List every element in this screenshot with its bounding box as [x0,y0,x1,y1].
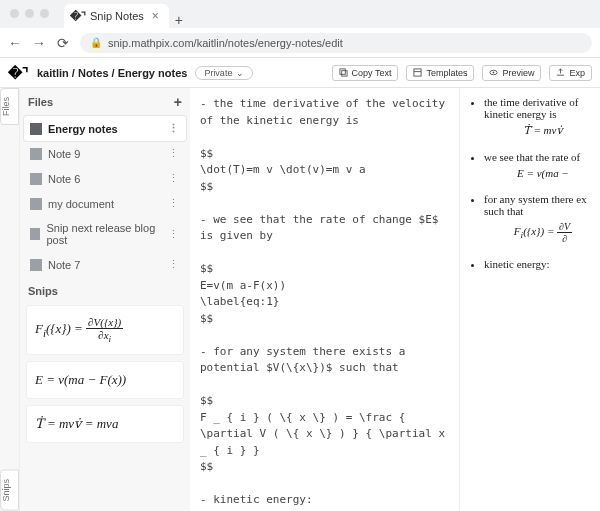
templates-icon [413,68,422,77]
document-icon [30,148,42,160]
browser-tab[interactable]: �⌝ Snip Notes × [64,4,169,28]
preview-item: for any system there ex such that Fi({x}… [484,193,594,244]
forward-button[interactable]: → [32,35,46,51]
preview-item: kinetic energy: [484,258,594,270]
file-menu-button[interactable]: ⋮ [168,228,180,241]
url-field[interactable]: 🔒 snip.mathpix.com/kaitlin/notes/energy-… [80,33,592,53]
new-tab-button[interactable]: + [169,12,189,28]
preview-item: we see that the rate of E = v(ma − [484,151,594,179]
file-item[interactable]: Note 6⋮ [24,166,186,191]
svg-rect-1 [341,71,346,76]
browser-tabbar: �⌝ Snip Notes × + [0,0,600,28]
file-menu-button[interactable]: ⋮ [168,258,180,271]
preview-equation: Fi({x}) = ∂V∂ [492,221,594,244]
copy-icon [339,68,348,77]
file-name: my document [48,198,114,210]
sidebar: Files + Energy notes⋮Note 9⋮Note 6⋮my do… [20,88,190,511]
snip-card[interactable]: Fi({x}) = ∂V({x})∂xi [26,305,184,355]
copy-text-button[interactable]: Copy Text [332,65,399,81]
close-tab-icon[interactable]: × [150,9,161,23]
templates-button[interactable]: Templates [406,65,474,81]
svg-point-5 [493,72,495,74]
window-controls[interactable] [10,9,49,18]
export-button[interactable]: Exp [549,65,592,81]
eye-icon [489,68,498,77]
chevron-down-icon: ⌄ [236,68,244,78]
rail-tab-files[interactable]: Files [0,88,19,125]
editor-pane[interactable]: - the time derivative of the velocity of… [190,88,460,511]
file-item[interactable]: Energy notes⋮ [24,116,186,141]
file-name: Note 7 [48,259,80,271]
file-menu-button[interactable]: ⋮ [168,147,180,160]
file-item[interactable]: my document⋮ [24,191,186,216]
file-name: Energy notes [48,123,118,135]
file-name: Note 9 [48,148,80,160]
file-item[interactable]: Note 9⋮ [24,141,186,166]
preview-button[interactable]: Preview [482,65,541,81]
file-name: Snip next release blog post [46,222,162,246]
add-file-button[interactable]: + [174,94,182,110]
lock-icon: 🔒 [90,37,102,48]
snip-card[interactable]: Ṫ = mvv̇ = mva [26,405,184,443]
document-icon [30,173,42,185]
document-icon [30,259,42,271]
file-menu-button[interactable]: ⋮ [168,197,180,210]
reload-button[interactable]: ⟳ [56,35,70,51]
document-icon [30,228,40,240]
editor-text: - the time derivative of the velocity of… [200,97,452,506]
preview-pane: the time derivative of kinetic energy is… [460,88,600,511]
svg-rect-0 [339,69,344,74]
privacy-toggle[interactable]: Private ⌄ [195,66,253,80]
app-logo-icon[interactable]: �⌝ [8,65,29,81]
side-rails: Files Snips [0,88,20,511]
file-name: Note 6 [48,173,80,185]
back-button[interactable]: ← [8,35,22,51]
file-menu-button[interactable]: ⋮ [168,172,180,185]
tab-title: Snip Notes [90,10,144,22]
preview-item: the time derivative of kinetic energy is… [484,96,594,137]
favicon-icon: �⌝ [72,10,84,22]
snips-header: Snips [20,277,190,301]
export-icon [556,68,565,77]
breadcrumb[interactable]: kaitlin / Notes / Energy notes [37,67,187,79]
file-menu-button[interactable]: ⋮ [168,122,180,135]
browser-addressbar: ← → ⟳ 🔒 snip.mathpix.com/kaitlin/notes/e… [0,28,600,58]
preview-equation: E = v(ma − [492,167,594,179]
document-icon [30,198,42,210]
preview-equation: Ṫ = mvv̇ [492,124,594,137]
snip-card[interactable]: E = v(ma − F(x)) [26,361,184,399]
document-icon [30,123,42,135]
svg-rect-2 [414,69,421,76]
file-item[interactable]: Snip next release blog post⋮ [24,216,186,252]
files-header: Files [28,96,53,108]
url-text: snip.mathpix.com/kaitlin/notes/energy-no… [108,37,343,49]
rail-tab-snips[interactable]: Snips [0,470,19,511]
file-item[interactable]: Note 7⋮ [24,252,186,277]
app-toolbar: �⌝ kaitlin / Notes / Energy notes Privat… [0,58,600,88]
